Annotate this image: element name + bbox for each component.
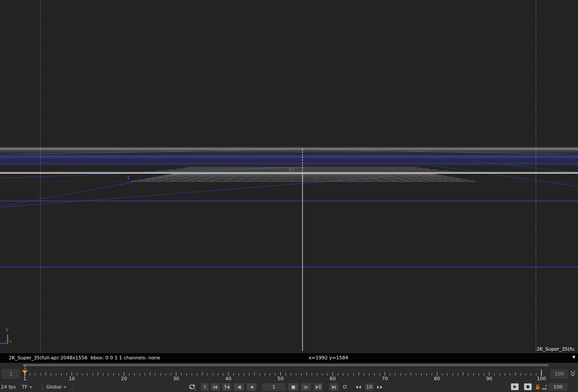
playback-controls-bar: 24 fps TF Global I bbox=[0, 382, 578, 392]
svg-text:80: 80 bbox=[434, 376, 440, 382]
frame-increment-field[interactable]: 10 bbox=[364, 383, 374, 391]
statusbar-dropdown-icon[interactable]: ▼ bbox=[572, 355, 575, 359]
mouse-coordinates: x=1992 y=1584 bbox=[309, 355, 348, 361]
svg-text:90: 90 bbox=[486, 376, 492, 382]
decrement-frame-button[interactable] bbox=[354, 383, 363, 391]
timeline-mode-dropdown[interactable]: TF bbox=[22, 384, 33, 390]
viewer-status-bar: 2K_Super_35(full-ap) 2048x1556 bbox: 0 0… bbox=[0, 353, 578, 363]
fast-forward-icon bbox=[377, 385, 383, 389]
svg-text:20: 20 bbox=[121, 376, 127, 382]
svg-text:100: 100 bbox=[537, 376, 546, 382]
3d-viewport[interactable]: 10.1 Y x 2K_Super_35(fu bbox=[0, 0, 578, 353]
frame-range-dropdown[interactable]: Global bbox=[46, 384, 67, 390]
timeline-panel: 11020304050607080901001 1 100 bbox=[0, 363, 578, 382]
go-to-start-button[interactable] bbox=[211, 383, 220, 391]
svg-text:70: 70 bbox=[382, 376, 388, 382]
previous-keyframe-button[interactable] bbox=[222, 383, 231, 391]
play-forward-icon bbox=[303, 385, 309, 390]
nuke-viewer-window: 10.1 Y x 2K_Super_35(fu 2K_Super_35(full… bbox=[0, 0, 578, 392]
stop-button[interactable] bbox=[288, 383, 299, 391]
in-out-range-button[interactable]: I bbox=[201, 383, 209, 391]
format-label: 2K_Super_35(fu bbox=[537, 346, 575, 352]
lock-icon bbox=[535, 384, 541, 390]
stop-icon bbox=[291, 385, 296, 390]
play-backward-icon bbox=[249, 385, 254, 390]
loop-cycle-icon bbox=[188, 384, 197, 391]
record-icon bbox=[526, 385, 530, 389]
flipbook-play-button[interactable] bbox=[511, 383, 519, 390]
playhead[interactable]: 1 bbox=[22, 365, 27, 376]
svg-text:30: 30 bbox=[173, 376, 179, 382]
next-keyframe-button[interactable] bbox=[313, 383, 323, 391]
ruler-marker-icon bbox=[541, 384, 547, 390]
skip-to-start-icon bbox=[213, 385, 218, 390]
timeline-scale-button[interactable] bbox=[541, 383, 548, 391]
previous-keyframe-icon bbox=[224, 385, 230, 390]
svg-text:1: 1 bbox=[24, 365, 26, 370]
svg-text:60: 60 bbox=[330, 376, 336, 382]
step-back-icon bbox=[236, 385, 241, 390]
current-frame-field[interactable]: 1 bbox=[262, 383, 286, 391]
playback-loop-mode-button[interactable] bbox=[187, 383, 198, 391]
loop-once-button[interactable]: O bbox=[340, 383, 349, 391]
fps-label: 24 fps bbox=[1, 384, 16, 390]
timeline-range-end-field[interactable]: 100 bbox=[550, 368, 569, 379]
chevron-down-icon bbox=[29, 386, 33, 388]
playback-range-end-field[interactable]: 100 bbox=[548, 383, 568, 391]
format-info-text: 2K_Super_35(full-ap) 2048x1556 bbox: 0 0… bbox=[9, 355, 160, 361]
svg-text:0.1: 0.1 bbox=[289, 168, 295, 172]
svg-text:1: 1 bbox=[24, 376, 27, 382]
axis-x-label: x bbox=[9, 339, 12, 344]
increment-frame-button[interactable] bbox=[375, 383, 384, 391]
divider bbox=[42, 383, 43, 390]
step-back-one-frame-button[interactable] bbox=[234, 383, 244, 391]
timeline-range-start-field[interactable]: 1 bbox=[1, 368, 20, 379]
frame-ruler[interactable]: 11020304050607080901001 bbox=[0, 363, 578, 382]
go-to-end-button[interactable] bbox=[329, 383, 339, 391]
next-keyframe-icon bbox=[316, 385, 321, 390]
svg-text:50: 50 bbox=[278, 376, 284, 382]
render-record-button[interactable] bbox=[524, 383, 532, 390]
svg-text:10: 10 bbox=[69, 376, 75, 382]
3d-scene-wireframe: 10.1 bbox=[0, 0, 578, 353]
play-forward-button[interactable] bbox=[301, 383, 311, 391]
axis-y-label: Y bbox=[5, 328, 9, 333]
skip-to-end-icon bbox=[331, 385, 337, 390]
chevron-down-icon bbox=[63, 386, 67, 388]
play-backward-button[interactable] bbox=[246, 383, 257, 391]
divider bbox=[73, 383, 74, 390]
play-icon bbox=[513, 385, 517, 389]
axis-orientation-gizmo: Y x bbox=[0, 326, 17, 347]
rewind-icon bbox=[355, 385, 361, 389]
svg-text:40: 40 bbox=[225, 376, 231, 382]
collapse-timeline-icon[interactable] bbox=[569, 370, 576, 377]
svg-text:1: 1 bbox=[127, 175, 130, 181]
